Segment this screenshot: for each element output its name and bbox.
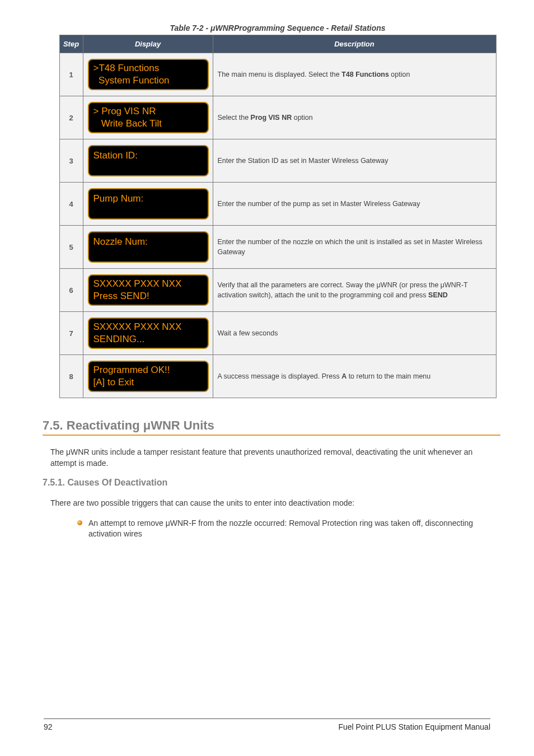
table-row: 8Programmed OK!![A] to ExitA success mes… <box>59 355 496 398</box>
description-cell: Enter the number of the nozzle on which … <box>213 226 496 269</box>
lcd-display: > Prog VIS NR Write Back Tilt <box>88 102 209 133</box>
lcd-line: Write Back Tilt <box>93 118 203 130</box>
step-number: 1 <box>59 53 83 96</box>
lcd-display: Pump Num: <box>88 188 209 220</box>
th-step: Step <box>59 35 83 53</box>
table-row: 4Pump Num:Enter the number of the pump a… <box>59 183 496 226</box>
lcd-display: >T48 Functions System Function <box>88 59 209 90</box>
list-item: An attempt to remove μWNR-F from the noz… <box>77 518 500 540</box>
lcd-display: SXXXXX PXXX NXXPress SEND! <box>88 274 209 306</box>
lcd-line: >T48 Functions <box>93 62 203 74</box>
table-caption: Table 7-2 - μWNRProgramming Sequence - R… <box>55 24 500 32</box>
lcd-line: SXXXXX PXXX NXX <box>93 278 203 290</box>
section-heading: 7.5. Reactivating μWNR Units <box>43 418 500 436</box>
lcd-line: System Function <box>93 74 203 87</box>
bullet-list: An attempt to remove μWNR-F from the noz… <box>77 518 500 540</box>
footer-title: Fuel Point PLUS Station Equipment Manual <box>338 722 490 731</box>
th-display: Display <box>83 35 213 53</box>
step-number: 6 <box>59 269 83 312</box>
description-cell: Wait a few seconds <box>213 312 496 355</box>
step-number: 3 <box>59 139 83 183</box>
lcd-line: Programmed OK!! <box>93 364 203 376</box>
lcd-display: Programmed OK!![A] to Exit <box>88 361 209 392</box>
step-number: 4 <box>59 183 83 226</box>
page-number: 92 <box>44 722 53 731</box>
lcd-line: [A] to Exit <box>93 376 203 389</box>
display-cell: Programmed OK!![A] to Exit <box>83 355 213 398</box>
section-paragraph-1: The μWNR units include a tamper resistan… <box>50 447 500 469</box>
display-cell: SXXXXX PXXX NXXSENDING... <box>83 312 213 355</box>
description-cell: The main menu is displayed. Select the T… <box>213 53 496 96</box>
table-row: 1>T48 Functions System FunctionThe main … <box>59 53 496 96</box>
step-number: 5 <box>59 226 83 269</box>
description-cell: A success message is displayed. Press A … <box>213 355 496 398</box>
display-cell: Station ID: <box>83 139 213 183</box>
display-cell: > Prog VIS NR Write Back Tilt <box>83 96 213 139</box>
display-cell: SXXXXX PXXX NXXPress SEND! <box>83 269 213 312</box>
table-row: 3Station ID:Enter the Station ID as set … <box>59 139 496 183</box>
display-cell: >T48 Functions System Function <box>83 53 213 96</box>
lcd-line: Station ID: <box>93 150 203 162</box>
table-row: 5Nozzle Num:Enter the number of the nozz… <box>59 226 496 269</box>
sequence-table: Step Display Description 1>T48 Functions… <box>59 35 496 398</box>
table-row: 7SXXXXX PXXX NXXSENDING...Wait a few sec… <box>59 312 496 355</box>
description-cell: Verify that all the parameters are corre… <box>213 269 496 312</box>
lcd-line: > Prog VIS NR <box>93 105 203 118</box>
lcd-display: SXXXXX PXXX NXXSENDING... <box>88 318 209 349</box>
display-cell: Nozzle Num: <box>83 226 213 269</box>
section-paragraph-2: There are two possible triggers that can… <box>50 498 500 509</box>
step-number: 2 <box>59 96 83 139</box>
step-number: 7 <box>59 312 83 355</box>
table-row: 2> Prog VIS NR Write Back TiltSelect the… <box>59 96 496 139</box>
step-number: 8 <box>59 355 83 398</box>
description-cell: Enter the number of the pump as set in M… <box>213 183 496 226</box>
description-cell: Enter the Station ID as set in Master Wi… <box>213 139 496 183</box>
display-cell: Pump Num: <box>83 183 213 226</box>
lcd-line: Pump Num: <box>93 193 203 205</box>
lcd-display: Nozzle Num: <box>88 231 209 263</box>
page-footer: 92 Fuel Point PLUS Station Equipment Man… <box>44 718 490 731</box>
lcd-line: Nozzle Num: <box>93 236 203 248</box>
th-description: Description <box>213 35 496 53</box>
description-cell: Select the Prog VIS NR option <box>213 96 496 139</box>
subsection-heading: 7.5.1. Causes Of Deactivation <box>43 478 500 488</box>
table-row: 6SXXXXX PXXX NXXPress SEND!Verify that a… <box>59 269 496 312</box>
lcd-line: Press SEND! <box>93 290 203 302</box>
lcd-display: Station ID: <box>88 145 209 176</box>
lcd-line: SXXXXX PXXX NXX <box>93 321 203 333</box>
lcd-line: SENDING... <box>93 333 203 346</box>
